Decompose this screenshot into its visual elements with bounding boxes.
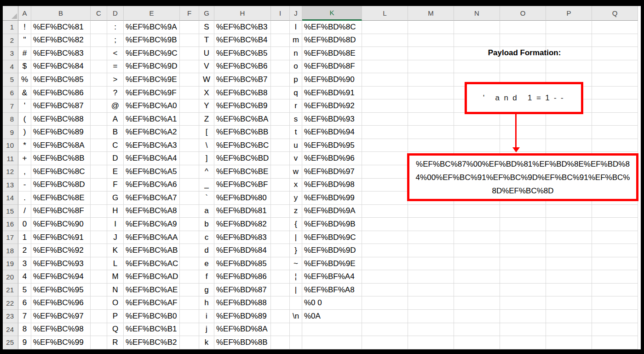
cell-O22[interactable] xyxy=(500,296,546,310)
cell-J2[interactable]: m xyxy=(290,34,302,47)
cell-C8[interactable] xyxy=(91,113,107,126)
cell-M10[interactable] xyxy=(408,139,454,152)
cell-D9[interactable]: B xyxy=(107,126,124,139)
cell-G10[interactable]: \ xyxy=(199,139,214,152)
cell-Q21[interactable] xyxy=(592,284,638,297)
cell-G17[interactable]: c xyxy=(199,231,214,244)
cell-I14[interactable] xyxy=(271,192,290,205)
cell-A1[interactable]: ! xyxy=(18,21,31,34)
cell-Q24[interactable] xyxy=(592,323,638,337)
cell-E3[interactable]: %EF%BC%9C xyxy=(124,47,180,60)
cell-N2[interactable] xyxy=(454,34,500,47)
cell-H13[interactable]: %EF%BC%BF xyxy=(214,179,271,192)
cell-B3[interactable]: %EF%BC%83 xyxy=(31,47,91,60)
cell-I15[interactable] xyxy=(271,205,290,218)
cell-F12[interactable] xyxy=(180,165,199,179)
column-header-L[interactable]: L xyxy=(362,6,408,21)
cell-B2[interactable]: %EF%BC%82 xyxy=(31,34,91,47)
cell-O2[interactable] xyxy=(500,34,546,47)
cell-O18[interactable] xyxy=(500,244,546,257)
cell-H7[interactable]: %EF%BC%B9 xyxy=(214,99,271,113)
cell-N4[interactable] xyxy=(454,60,500,74)
cell-P9[interactable] xyxy=(546,126,592,139)
cell-L14[interactable] xyxy=(362,192,408,205)
cell-F15[interactable] xyxy=(180,205,199,218)
cell-P15[interactable] xyxy=(546,205,592,218)
cell-N18[interactable] xyxy=(454,244,500,257)
cell-C24[interactable] xyxy=(91,323,107,337)
cell-M25[interactable] xyxy=(408,336,454,349)
cell-E11[interactable]: %EF%BC%A4 xyxy=(124,152,180,165)
cell-D12[interactable]: E xyxy=(107,165,124,179)
cell-C7[interactable] xyxy=(91,99,107,113)
cell-D4[interactable]: = xyxy=(107,60,124,74)
cell-M3[interactable] xyxy=(408,47,454,60)
cell-O16[interactable] xyxy=(500,218,546,231)
cell-N8[interactable] xyxy=(454,113,500,126)
cell-H5[interactable]: %EF%BC%B7 xyxy=(214,73,271,87)
cell-I20[interactable] xyxy=(271,270,290,284)
cell-L23[interactable] xyxy=(362,310,408,323)
cell-J21[interactable]: | xyxy=(290,284,302,297)
cell-J7[interactable]: r xyxy=(290,99,302,113)
decoded-payload-box[interactable]: ' and 1=1-- xyxy=(465,82,583,114)
cell-B6[interactable]: %EF%BC%86 xyxy=(31,87,91,100)
cell-C18[interactable] xyxy=(91,244,107,257)
cell-K20[interactable]: %EF%BF%A4 xyxy=(302,270,362,284)
cell-E4[interactable]: %EF%BC%9D xyxy=(124,60,180,74)
cell-B14[interactable]: %EF%BC%8E xyxy=(31,192,91,205)
cell-K12[interactable]: %EF%BD%97 xyxy=(302,165,362,179)
cell-K2[interactable]: %EF%BD%8D xyxy=(302,34,362,47)
cell-C9[interactable] xyxy=(91,126,107,139)
cell-L11[interactable] xyxy=(362,152,408,165)
cell-A20[interactable]: 4 xyxy=(18,270,31,284)
cell-K15[interactable]: %EF%BD%9A xyxy=(302,205,362,218)
cell-D22[interactable]: O xyxy=(107,296,124,310)
cell-C20[interactable] xyxy=(91,270,107,284)
cell-J19[interactable]: ~ xyxy=(290,257,302,271)
cell-M4[interactable] xyxy=(408,60,454,74)
cell-C16[interactable] xyxy=(91,218,107,231)
cell-G7[interactable]: Y xyxy=(199,99,214,113)
cell-H24[interactable]: %EF%BD%8A xyxy=(214,323,271,337)
cell-N22[interactable] xyxy=(454,296,500,310)
cell-A10[interactable]: * xyxy=(18,139,31,152)
cell-N25[interactable] xyxy=(454,336,500,349)
cell-C10[interactable] xyxy=(91,139,107,152)
cell-I19[interactable] xyxy=(271,257,290,271)
cell-F17[interactable] xyxy=(180,231,199,244)
cell-D17[interactable]: J xyxy=(107,231,124,244)
column-header-C[interactable]: C xyxy=(91,6,107,21)
column-header-P[interactable]: P xyxy=(546,6,592,21)
cell-P4[interactable] xyxy=(546,60,592,74)
cell-C2[interactable] xyxy=(91,34,107,47)
cell-N10[interactable] xyxy=(454,139,500,152)
cell-H22[interactable]: %EF%BD%88 xyxy=(214,296,271,310)
cell-P2[interactable] xyxy=(546,34,592,47)
cell-B23[interactable]: %EF%BC%97 xyxy=(31,310,91,323)
cell-Q16[interactable] xyxy=(592,218,638,231)
column-header-B[interactable]: B xyxy=(31,6,91,21)
cell-H12[interactable]: %EF%BC%BE xyxy=(214,165,271,179)
cell-E8[interactable]: %EF%BC%A1 xyxy=(124,113,180,126)
row-header-14[interactable]: 14 xyxy=(3,192,18,205)
cell-A24[interactable]: 8 xyxy=(18,323,31,337)
row-header-10[interactable]: 10 xyxy=(3,139,18,152)
cell-G8[interactable]: Z xyxy=(199,113,214,126)
cell-A4[interactable]: $ xyxy=(18,60,31,74)
cell-F19[interactable] xyxy=(180,257,199,271)
cell-G20[interactable]: f xyxy=(199,270,214,284)
cell-L5[interactable] xyxy=(362,73,408,87)
row-header-15[interactable]: 15 xyxy=(3,205,18,218)
row-header-12[interactable]: 12 xyxy=(3,165,18,179)
cell-E20[interactable]: %EF%BC%AD xyxy=(124,270,180,284)
cell-B8[interactable]: %EF%BC%88 xyxy=(31,113,91,126)
cell-O10[interactable] xyxy=(500,139,546,152)
cell-Q23[interactable] xyxy=(592,310,638,323)
cell-I25[interactable] xyxy=(271,336,290,349)
cell-K18[interactable]: %EF%BD%9D xyxy=(302,244,362,257)
cell-L25[interactable] xyxy=(362,336,408,349)
row-header-25[interactable]: 25 xyxy=(3,336,18,349)
cell-K16[interactable]: %EF%BD%9B xyxy=(302,218,362,231)
cell-D15[interactable]: H xyxy=(107,205,124,218)
